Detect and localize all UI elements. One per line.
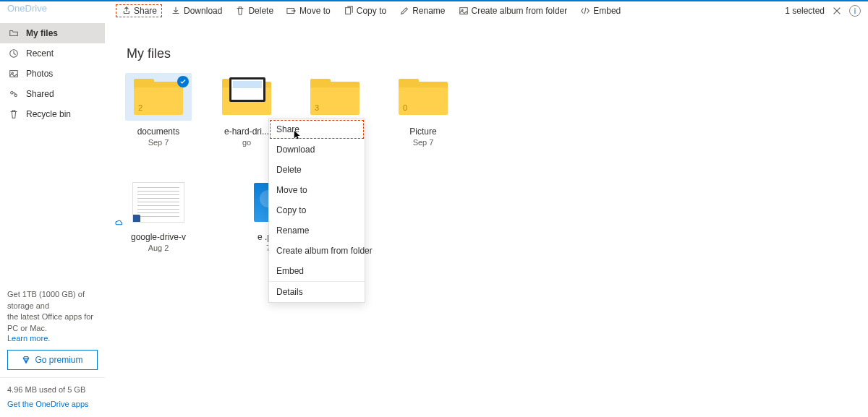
file-thumb	[125, 179, 192, 226]
divider	[0, 377, 105, 378]
context-move-to[interactable]: Move to	[269, 180, 365, 200]
share-button[interactable]: Share	[116, 4, 162, 17]
context-share[interactable]: Share	[270, 120, 364, 139]
create-album-label: Create album from folder	[472, 6, 568, 16]
folder-tile[interactable]: 2 documents Sep 7	[125, 73, 192, 147]
folder-icon: 0	[399, 79, 448, 115]
download-button[interactable]: Download	[166, 4, 226, 17]
context-create-album[interactable]: Create album from folder	[269, 241, 365, 261]
copy-to-button[interactable]: Copy to	[339, 4, 391, 17]
sidebar-item-my-files[interactable]: My files	[0, 23, 105, 43]
folder-thumb: 3	[302, 73, 368, 121]
sidebar-item-label: Recycle bin	[26, 109, 71, 119]
promo-text-2: the latest Office apps for PC or Mac.	[7, 311, 98, 334]
folder-tile[interactable]: 0 Picture Sep 7	[390, 73, 456, 147]
folder-icon	[222, 79, 271, 115]
sidebar-item-photos[interactable]: Photos	[0, 64, 105, 84]
svg-point-7	[11, 92, 14, 95]
album-icon	[459, 6, 469, 16]
delete-icon	[235, 6, 245, 16]
photos-icon	[9, 69, 19, 79]
clear-selection-button[interactable]	[832, 6, 842, 16]
clock-icon	[9, 48, 19, 59]
context-rename[interactable]: Rename	[269, 220, 365, 241]
sidebar: My files Recent Photos Shared Recycle bi…	[0, 20, 105, 417]
context-details[interactable]: Details	[269, 282, 365, 302]
toolbar: Share Download Delete Move to Copy to Re…	[0, 0, 868, 20]
delete-button[interactable]: Delete	[231, 4, 278, 17]
promo-text-1: Get 1TB (1000 GB) of storage and	[7, 289, 98, 311]
sidebar-item-label: Shared	[26, 89, 54, 99]
svg-rect-1	[345, 8, 350, 14]
sidebar-item-recent[interactable]: Recent	[0, 43, 105, 64]
shared-icon	[9, 89, 19, 99]
folder-icon	[9, 28, 19, 38]
info-button[interactable]: i	[849, 5, 861, 17]
folder-icon: 2	[134, 79, 183, 115]
selected-count: 1 selected	[785, 6, 825, 16]
file-date: go	[242, 138, 251, 147]
page-title: My files	[127, 46, 854, 61]
share-label: Share	[134, 6, 157, 16]
file-name: google-drive-v	[125, 232, 192, 242]
main: My files Recent Photos Shared Recycle bi…	[0, 20, 868, 417]
folder-thumb	[213, 73, 280, 121]
folder-thumb: 0	[390, 73, 456, 121]
file-name: documents	[125, 126, 192, 137]
copy-to-label: Copy to	[357, 6, 386, 16]
share-icon	[121, 6, 131, 16]
embed-button[interactable]: Embed	[576, 4, 625, 17]
context-copy-to[interactable]: Copy to	[269, 200, 365, 220]
item-count: 3	[315, 103, 319, 112]
context-embed[interactable]: Embed	[269, 261, 365, 281]
toolbar-right: 1 selected i	[785, 5, 861, 17]
move-to-icon	[286, 6, 297, 16]
move-to-label: Move to	[299, 6, 331, 16]
folder-thumb: 2	[125, 73, 192, 121]
download-label: Download	[184, 6, 222, 16]
file-grid: 2 documents Sep 7 e-hard-dri... go	[125, 73, 854, 252]
folder-icon: 3	[310, 79, 359, 115]
rename-button[interactable]: Rename	[395, 4, 449, 17]
copy-to-icon	[344, 6, 354, 16]
file-date: Aug 2	[148, 244, 169, 252]
storage-usage: 4.96 MB used of 5 GB	[7, 385, 98, 394]
learn-more-link[interactable]: Learn more.	[7, 334, 50, 343]
context-download[interactable]: Download	[269, 139, 365, 160]
document-icon	[132, 182, 184, 223]
sidebar-item-shared[interactable]: Shared	[0, 84, 105, 104]
rename-label: Rename	[412, 6, 445, 16]
embed-icon	[580, 6, 590, 16]
rename-icon	[399, 6, 409, 16]
context-delete[interactable]: Delete	[269, 160, 365, 180]
cursor-icon	[293, 130, 303, 143]
brand-logo: OneDrive	[7, 3, 47, 14]
file-date: Sep 7	[148, 138, 169, 147]
file-name: Picture	[390, 126, 456, 137]
sidebar-item-recycle-bin[interactable]: Recycle bin	[0, 104, 105, 124]
sidebar-item-label: My files	[26, 28, 58, 38]
download-icon	[171, 6, 181, 16]
delete-label: Delete	[248, 6, 273, 16]
content: My files 2 documents Sep 7	[105, 20, 868, 417]
sidebar-item-label: Recent	[26, 48, 54, 59]
premium-icon	[22, 356, 30, 364]
embed-label: Embed	[593, 6, 621, 16]
sidebar-footer: Get 1TB (1000 GB) of storage and the lat…	[0, 282, 105, 417]
go-premium-label: Go premium	[35, 355, 82, 365]
item-count: 2	[138, 103, 142, 112]
file-tile[interactable]: google-drive-v Aug 2	[125, 179, 192, 252]
sidebar-item-label: Photos	[26, 69, 53, 79]
file-date: Sep 7	[413, 138, 434, 147]
create-album-button[interactable]: Create album from folder	[454, 4, 572, 17]
recycle-icon	[9, 109, 19, 119]
get-apps-link[interactable]: Get the OneDrive apps	[7, 400, 89, 408]
sidebar-nav: My files Recent Photos Shared Recycle bi…	[0, 20, 105, 124]
folder-preview	[229, 77, 265, 102]
cloud-sync-icon	[114, 218, 122, 226]
go-premium-button[interactable]: Go premium	[7, 350, 98, 370]
item-count: 0	[403, 103, 407, 112]
move-to-button[interactable]: Move to	[282, 4, 335, 17]
context-menu: Share Download Delete Move to Copy to Re…	[268, 119, 365, 303]
toolbar-left: Share Download Delete Move to Copy to Re…	[116, 4, 625, 17]
